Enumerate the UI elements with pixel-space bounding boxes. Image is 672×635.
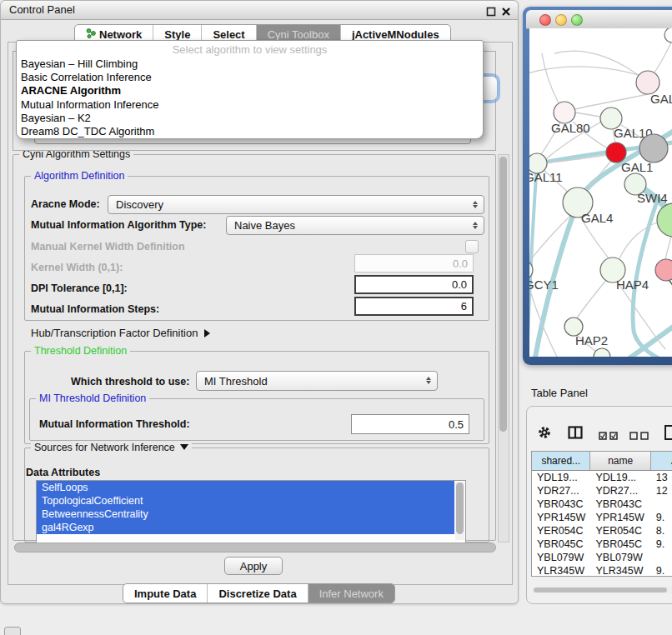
network-edge [576, 279, 607, 319]
table-row[interactable]: YBL079W YBL079W [532, 551, 672, 564]
column-header-shared-name[interactable]: shared... [532, 452, 590, 470]
network-graph-icon [86, 28, 96, 41]
network-node[interactable] [664, 28, 672, 42]
network-node-label: HAP4 [616, 278, 649, 292]
aracne-mode-value: Discovery [116, 198, 163, 211]
network-node-label: GAL11 [529, 170, 563, 184]
network-edge [619, 222, 659, 258]
mi-steps-field[interactable]: 6 [354, 297, 474, 316]
network-node[interactable] [639, 134, 668, 162]
attribute-item[interactable]: gal4RGexp [37, 521, 454, 534]
attribute-item[interactable]: BetweennessCentrality [37, 508, 454, 521]
algorithm-option[interactable]: Mutual Information Inference [17, 98, 483, 112]
settings-vertical-scrollbar[interactable] [498, 154, 509, 542]
minimize-traffic-light[interactable] [555, 14, 567, 26]
network-edge [575, 94, 648, 109]
network-node-label: GAL80 [551, 121, 590, 135]
table-row[interactable]: YDR27... YDR27... 12 [532, 484, 672, 498]
network-canvas[interactable]: GALGAL80GAL10GAL1GAL11SWI4GAL4GCY1HAP4YH… [529, 28, 672, 357]
table-row[interactable]: YBR045C YBR045C 9. [532, 538, 672, 551]
bottom-tabbar: Impute Data Discretize Data Infer Networ… [123, 583, 395, 603]
hub-definition-expander[interactable]: Hub/Transcription Factor Definition [31, 327, 210, 339]
algorithm-option[interactable]: Dream8 DC_TDC Algorithm [17, 125, 483, 138]
settings-horizontal-scrollbar[interactable] [14, 542, 496, 552]
dpi-tolerance-field[interactable]: 0.0 [354, 275, 474, 294]
document-icon[interactable] [664, 424, 672, 444]
tab-infer-network[interactable]: Infer Network [308, 584, 394, 602]
table-row[interactable]: YPR145W YPR145W 9. [532, 511, 672, 524]
table-body: YDL19... YDL19... 13 YDR27... YDR27... 1… [532, 471, 672, 577]
mi-algorithm-type-combobox[interactable]: Naive Bayes [226, 216, 484, 235]
attribute-item[interactable]: TopologicalCoefficient [37, 494, 454, 508]
network-node[interactable] [657, 203, 672, 237]
mi-threshold-field[interactable]: 0.5 [351, 414, 469, 434]
algorithm-option[interactable]: Basic Correlation Inference [17, 71, 483, 84]
settings-scrollbar-thumb[interactable] [499, 157, 507, 432]
close-traffic-light[interactable] [539, 14, 551, 26]
tab-label: Network [99, 28, 142, 41]
mi-threshold-group-title: MI Threshold Definition [36, 392, 149, 404]
zoom-traffic-light[interactable] [571, 14, 583, 26]
which-threshold-combobox[interactable]: MI Threshold [196, 371, 438, 391]
table-row[interactable]: YBR043C YBR043C [532, 498, 672, 511]
network-node-label: GAL4 [581, 211, 613, 225]
network-node-label: SWI4 [637, 191, 668, 205]
algorithm-option[interactable]: Bayesian – Hill Climbing [17, 58, 483, 71]
tab-label: Infer Network [319, 588, 384, 600]
minimized-window-fragment[interactable] [4, 627, 21, 635]
list-scrollbar[interactable] [455, 482, 464, 540]
stepper-arrows-icon [472, 221, 478, 231]
list-scrollbar-thumb[interactable] [456, 482, 464, 534]
table-row[interactable]: YER054C YER054C 8. [532, 524, 672, 538]
manual-kernel-label: Manual Kernel Width Definition [31, 241, 185, 252]
tab-impute-data[interactable]: Impute Data [123, 584, 207, 602]
network-node[interactable] [636, 71, 659, 94]
kernel-width-label: Kernel Width (0,1): [31, 262, 123, 273]
table-row[interactable]: YDL19... YDL19... 13 [532, 471, 672, 484]
table-horizontal-scrollbar[interactable] [533, 587, 672, 593]
algorithm-options-list: Bayesian – Hill ClimbingBasic Correlatio… [17, 58, 483, 138]
tab-label: Impute Data [134, 588, 196, 600]
tab-discretize-data[interactable]: Discretize Data [207, 584, 307, 602]
node-table: shared... name A YDL19... YDL19... 13 YD… [531, 451, 672, 577]
apply-button[interactable]: Apply [224, 557, 283, 575]
threshold-definition-title: Threshold Definition [31, 345, 130, 357]
column-header-clipped[interactable]: A [651, 452, 672, 470]
show-columns-icon[interactable] [568, 426, 583, 442]
table-row[interactable]: YLR345W YLR345W 9. [532, 564, 672, 577]
data-attributes-items: SelfLoopsTopologicalCoefficientBetweenne… [37, 481, 465, 534]
control-panel-window: Control Panel Network Style Select Cyni … [0, 0, 519, 604]
float-window-icon[interactable] [486, 5, 496, 15]
table-scrollbar-thumb[interactable] [534, 588, 667, 592]
aracne-mode-combobox[interactable]: Discovery [108, 195, 484, 214]
which-threshold-label: Which threshold to use: [71, 376, 189, 388]
algorithm-dropdown-placeholder: Select algorithm to view settings [17, 41, 483, 56]
expanded-arrow-icon [180, 444, 188, 450]
algorithm-option[interactable]: ARACNE Algorithm [17, 84, 483, 98]
table-header-row: shared... name A [532, 452, 672, 471]
select-all-checkboxes-icon[interactable] [599, 428, 619, 443]
algorithm-option[interactable]: Bayesian – K2 [17, 112, 483, 125]
network-edge [542, 53, 559, 103]
close-icon[interactable] [501, 5, 511, 15]
aracne-mode-label: Aracne Mode: [31, 198, 100, 210]
gear-icon[interactable] [538, 426, 551, 442]
tab-label: Style [164, 28, 190, 41]
which-threshold-value: MI Threshold [204, 375, 268, 388]
tab-label: Discretize Data [218, 588, 296, 600]
column-header-name[interactable]: name [590, 452, 650, 470]
network-node[interactable] [594, 348, 610, 357]
manual-kernel-checkbox[interactable] [465, 240, 479, 253]
deselect-all-checkboxes-icon[interactable] [629, 428, 649, 443]
network-edge [633, 197, 659, 357]
kernel-width-field[interactable]: 0.0 [354, 254, 474, 272]
window-title: Control Panel [9, 1, 75, 19]
mi-steps-label: Mutual Information Steps: [31, 303, 159, 315]
table-panel-title: Table Panel [531, 387, 588, 399]
stepper-arrows-icon [472, 200, 478, 210]
network-edge [575, 112, 600, 117]
attribute-item[interactable]: SelfLoops [37, 481, 454, 494]
sources-group-title[interactable]: Sources for Network Inference [31, 442, 192, 453]
tab-label: Cyni Toolbox [268, 28, 329, 41]
network-node-label: GCY1 [529, 278, 559, 292]
